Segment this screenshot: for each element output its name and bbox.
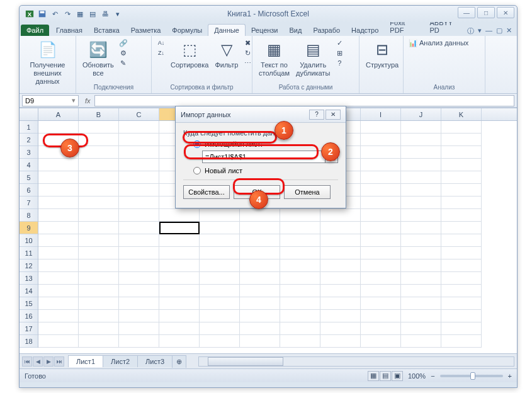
cell[interactable] <box>401 121 441 134</box>
cell[interactable] <box>401 285 441 297</box>
whatif-icon[interactable]: ? <box>335 59 344 67</box>
cell[interactable] <box>320 335 361 348</box>
tab-review[interactable]: Рецензи <box>246 25 284 36</box>
tab-data[interactable]: Данные <box>208 24 246 36</box>
cell[interactable] <box>200 335 240 348</box>
nav-prev-icon[interactable]: ◀ <box>33 356 43 367</box>
cell[interactable] <box>361 222 401 234</box>
minimize-ribbon-icon[interactable]: ▾ <box>478 26 482 36</box>
cell[interactable] <box>119 297 159 310</box>
cell[interactable] <box>441 285 482 297</box>
cell[interactable] <box>401 196 441 209</box>
tab-view[interactable]: Вид <box>284 25 308 36</box>
cell[interactable] <box>38 209 79 222</box>
properties-button[interactable]: Свойства... <box>183 185 230 199</box>
row-header[interactable]: 2 <box>20 134 38 146</box>
col-header[interactable]: K <box>441 108 482 120</box>
row-header[interactable]: 6 <box>20 184 38 196</box>
row-header[interactable]: 13 <box>20 272 38 285</box>
cell[interactable] <box>280 285 320 297</box>
cell[interactable] <box>119 121 159 134</box>
cell[interactable] <box>200 297 240 310</box>
cell[interactable] <box>38 234 79 247</box>
text-to-columns-button[interactable]: ▦Текст по столбцам <box>258 38 291 79</box>
cell[interactable] <box>401 259 441 272</box>
row-header[interactable]: 17 <box>20 322 38 335</box>
cell[interactable] <box>38 184 79 196</box>
cell[interactable] <box>441 335 482 348</box>
cell[interactable] <box>361 247 401 259</box>
nav-first-icon[interactable]: ⏮ <box>22 356 32 367</box>
cell[interactable] <box>200 209 240 222</box>
cell[interactable] <box>119 322 159 335</box>
cell[interactable] <box>401 209 441 222</box>
remove-duplicates-button[interactable]: ▤Удалить дубликаты <box>295 38 331 79</box>
cell[interactable] <box>320 247 361 259</box>
cell[interactable] <box>280 247 320 259</box>
cell[interactable] <box>200 247 240 259</box>
data-analysis-button[interactable]: 📊Анализ данных <box>409 38 468 47</box>
radio-input[interactable] <box>193 140 201 148</box>
cell[interactable] <box>361 234 401 247</box>
cell[interactable] <box>119 259 159 272</box>
cell[interactable] <box>280 335 320 348</box>
cell[interactable] <box>79 121 119 134</box>
radio-input[interactable] <box>193 167 201 174</box>
cell[interactable] <box>361 159 401 171</box>
cell[interactable] <box>280 322 320 335</box>
cell[interactable] <box>38 222 79 234</box>
sort-button[interactable]: ⬚Сортировка <box>169 38 210 71</box>
print-icon[interactable]: 🖶 <box>100 9 110 19</box>
dropdown-icon[interactable]: ▾ <box>113 9 123 19</box>
cell[interactable] <box>200 310 240 322</box>
cell[interactable] <box>280 234 320 247</box>
cell[interactable] <box>361 272 401 285</box>
cell[interactable] <box>441 222 482 234</box>
filter-button[interactable]: ▽Фильтр <box>213 38 239 71</box>
cell[interactable] <box>38 247 79 259</box>
cell[interactable] <box>200 285 240 297</box>
cell[interactable] <box>280 310 320 322</box>
col-header[interactable]: C <box>119 108 159 120</box>
cell[interactable] <box>79 272 119 285</box>
dialog-help-button[interactable]: ? <box>309 110 324 120</box>
cell[interactable] <box>441 159 482 171</box>
cell[interactable] <box>200 259 240 272</box>
edit-links-item[interactable]: ✎ <box>119 59 128 67</box>
cell[interactable] <box>441 134 482 146</box>
cell[interactable] <box>401 335 441 348</box>
new-sheet-button[interactable]: ⊕ <box>172 355 186 368</box>
cell[interactable] <box>441 297 482 310</box>
cell[interactable] <box>200 234 240 247</box>
cell[interactable] <box>200 272 240 285</box>
horizontal-scrollbar[interactable] <box>198 356 514 367</box>
cell[interactable] <box>441 272 482 285</box>
tab-home[interactable]: Главная <box>50 25 88 36</box>
cell[interactable] <box>361 209 401 222</box>
cell[interactable] <box>38 297 79 310</box>
row-header[interactable]: 4 <box>20 159 38 171</box>
cell[interactable] <box>119 134 159 146</box>
qat-icon[interactable]: ▦ <box>75 9 85 19</box>
cell[interactable] <box>361 310 401 322</box>
cell[interactable] <box>361 171 401 184</box>
cell[interactable] <box>240 272 280 285</box>
sort-az-icon[interactable]: A↓ <box>157 38 166 47</box>
cell[interactable] <box>159 234 200 247</box>
cell[interactable] <box>401 222 441 234</box>
cell[interactable] <box>119 171 159 184</box>
cell[interactable] <box>401 171 441 184</box>
cell[interactable] <box>320 322 361 335</box>
row-header[interactable]: 3 <box>20 146 38 159</box>
cell[interactable] <box>280 209 320 222</box>
cell[interactable] <box>280 259 320 272</box>
cell[interactable] <box>159 285 200 297</box>
dialog-titlebar[interactable]: Импорт данных ?✕ <box>176 106 346 123</box>
formula-input[interactable] <box>94 95 514 106</box>
cell[interactable] <box>441 247 482 259</box>
cell[interactable] <box>280 297 320 310</box>
cell[interactable] <box>159 297 200 310</box>
cell[interactable] <box>38 196 79 209</box>
row-header[interactable]: 10 <box>20 234 38 247</box>
cell[interactable] <box>79 184 119 196</box>
